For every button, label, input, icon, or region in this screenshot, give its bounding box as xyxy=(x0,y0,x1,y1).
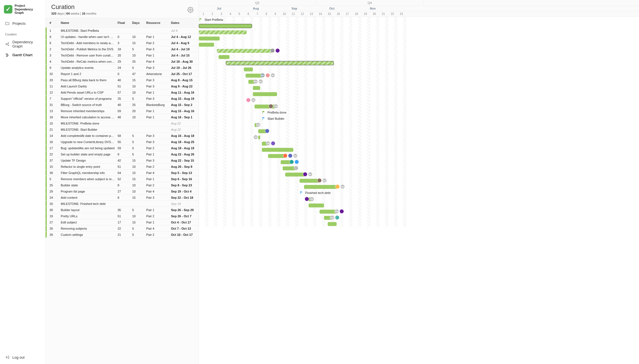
table-row[interactable]: 13 Remove inherited memberships 59 20 Pa… xyxy=(46,108,199,114)
gantt-bar[interactable] xyxy=(309,204,324,207)
gantt-row[interactable]: AD xyxy=(199,196,406,202)
avatar[interactable] xyxy=(269,104,273,108)
table-row[interactable]: 26 Removing subjects 22 5 Pair 4 Oct 7 -… xyxy=(46,225,199,232)
assignee-avatars[interactable] xyxy=(265,129,269,133)
avatar[interactable] xyxy=(303,172,307,177)
gantt-row[interactable]: Start PreBeta xyxy=(199,17,406,23)
avatar[interactable]: TM xyxy=(274,104,278,108)
avatar[interactable]: AD xyxy=(330,215,334,220)
table-row[interactable]: 31 BBurg - Switch source of truth 40 25 … xyxy=(46,102,199,108)
gantt-row[interactable]: TM xyxy=(199,103,406,110)
settings-button[interactable] xyxy=(187,7,194,13)
gantt-row[interactable] xyxy=(199,60,406,66)
avatar[interactable]: TM xyxy=(266,141,270,146)
column-header-dates[interactable]: Dates xyxy=(171,21,199,24)
assignee-avatars[interactable]: AD xyxy=(246,98,256,102)
avatar[interactable] xyxy=(317,178,322,183)
assignee-avatars[interactable]: TMAD xyxy=(253,79,263,84)
gantt-bar[interactable] xyxy=(262,148,293,152)
table-row[interactable]: 6 TechDebt - Add members to newly-added … xyxy=(46,40,199,46)
assignee-avatars[interactable]: TM xyxy=(266,141,275,146)
milestone-marker[interactable]: Start PreBeta xyxy=(199,18,223,22)
gantt-bar[interactable] xyxy=(328,222,337,226)
table-row[interactable]: 27 Edit subject 17 15 Pair 1 Oct 4 - Oct… xyxy=(46,219,199,225)
table-row[interactable]: 20 MILESTONE: Finished tech debt Sep 19 xyxy=(46,201,199,207)
gantt-bar[interactable] xyxy=(320,210,337,214)
column-header-days[interactable]: Days xyxy=(132,21,146,24)
assignee-avatars[interactable]: MCAD xyxy=(260,73,275,78)
avatar[interactable] xyxy=(271,141,275,146)
table-row[interactable]: 1 MILESTONE: Start PreBeta Jul 4 xyxy=(46,28,199,34)
gantt-bar[interactable] xyxy=(199,43,214,47)
avatar[interactable] xyxy=(294,160,299,164)
gantt-row[interactable] xyxy=(199,54,406,60)
milestone-marker[interactable]: Start Builder xyxy=(262,117,285,121)
gantt-row[interactable]: AD xyxy=(199,178,406,184)
milestone-marker[interactable]: Finished tech debt xyxy=(300,191,330,195)
assignee-avatars[interactable]: AD xyxy=(330,215,339,220)
gantt-row[interactable]: TM xyxy=(199,134,406,141)
gantt-row[interactable] xyxy=(199,221,406,227)
assignee-avatars[interactable]: AD xyxy=(335,184,345,189)
assignee-avatars[interactable]: AD xyxy=(305,197,314,201)
avatar[interactable]: AD xyxy=(310,197,314,201)
column-header-name[interactable]: Name xyxy=(61,21,118,24)
nav-gantt-chart[interactable]: Gantt Chart xyxy=(0,51,45,60)
gantt-bar[interactable] xyxy=(253,86,260,90)
avatar[interactable]: AD xyxy=(258,79,263,84)
table-row[interactable]: 21 MILESTONE: Start Builder Aug 22 xyxy=(46,126,199,133)
avatar[interactable] xyxy=(339,209,344,214)
table-row[interactable]: 25 Builder state 8 10 Pair 2 Sep 8 - Sep… xyxy=(46,182,199,188)
table-row[interactable]: 32 Report 1 and 2 0 47 Arkenstone Jul 25… xyxy=(46,71,199,77)
table-row[interactable]: 5 Remove members when subject is removed… xyxy=(46,176,199,182)
table-row[interactable]: 3 TechDebt - Remove user from curation w… xyxy=(46,52,199,58)
gantt-row[interactable] xyxy=(199,29,406,35)
gantt-bar[interactable] xyxy=(219,55,229,59)
table-body[interactable]: 1 MILESTONE: Start PreBeta Jul 4 8 UI up… xyxy=(46,28,199,364)
avatar[interactable]: AD xyxy=(256,123,260,127)
avatar[interactable] xyxy=(288,153,292,158)
table-row[interactable]: 2 TechDebt - Publish Metrics to the DVS … xyxy=(46,46,199,52)
avatar[interactable]: AD xyxy=(251,98,256,102)
table-row[interactable]: 14 Add completedAt date to container-pro… xyxy=(46,133,199,139)
assignee-avatars[interactable] xyxy=(294,166,298,170)
gantt-row[interactable] xyxy=(199,159,406,165)
table-row[interactable]: 8 UI updates - handle when user isn't a … xyxy=(46,34,199,40)
table-row[interactable]: 28 Custom settings 21 5 Pair 2 Oct 10 - … xyxy=(46,232,199,238)
avatar[interactable] xyxy=(275,48,280,53)
table-row[interactable]: 33 Pass all BBurg data back to them 40 1… xyxy=(46,77,199,83)
avatar[interactable] xyxy=(335,215,339,220)
avatar[interactable]: AD xyxy=(340,184,345,189)
gantt-row[interactable] xyxy=(199,48,406,54)
gantt-row[interactable]: Finished tech debt xyxy=(199,190,406,196)
logout-button[interactable]: Log out xyxy=(5,355,40,360)
avatar[interactable] xyxy=(246,98,251,102)
gantt-bar[interactable] xyxy=(199,37,220,40)
avatar[interactable] xyxy=(283,153,287,158)
avatar[interactable]: TM xyxy=(334,209,339,214)
table-row[interactable]: 18 Move inherited calculation to access … xyxy=(46,114,199,120)
nav-dependency-graph[interactable]: Dependency Graph xyxy=(0,38,45,51)
assignee-avatars[interactable]: TM xyxy=(269,104,278,108)
gantt-bar[interactable] xyxy=(258,135,260,139)
avatar[interactable] xyxy=(265,129,269,133)
table-row[interactable]: 12 Add Pendo asset URLs to CSP 57 10 Pai… xyxy=(46,89,199,96)
gantt-row[interactable] xyxy=(199,66,406,73)
table-row[interactable]: 9 Update analytics events 24 5 Pair 3 Ju… xyxy=(46,65,199,71)
avatar[interactable] xyxy=(335,184,340,189)
gantt-bar[interactable] xyxy=(217,49,273,53)
gantt-row[interactable]: AD xyxy=(199,153,406,159)
gantt-bar[interactable] xyxy=(199,30,247,34)
table-row[interactable]: 4 TechDebt - ReCalc metrics when content… xyxy=(46,58,199,65)
avatar[interactable]: AD xyxy=(271,73,275,78)
assignee-avatars[interactable] xyxy=(289,160,299,164)
avatar[interactable] xyxy=(266,73,270,78)
table-row[interactable]: 29 Program list page 27 10 Pair 4 Sep 19… xyxy=(46,188,199,195)
gantt-row[interactable]: AD xyxy=(199,171,406,178)
table-row[interactable]: 24 Add content 8 15 Pair 3 Sep 22 - Oct … xyxy=(46,195,199,201)
gantt-row[interactable]: TM xyxy=(199,209,406,215)
gantt-bar[interactable] xyxy=(268,154,285,158)
avatar[interactable] xyxy=(305,197,309,201)
gantt-bar[interactable] xyxy=(226,61,334,65)
gantt-row[interactable] xyxy=(199,85,406,91)
